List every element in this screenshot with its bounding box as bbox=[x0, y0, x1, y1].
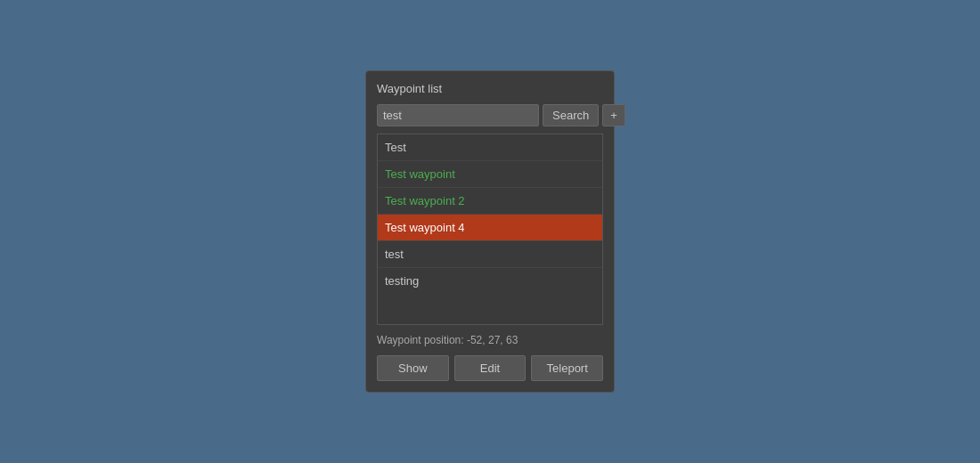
list-item[interactable]: Test waypoint 4 bbox=[378, 215, 602, 241]
search-button[interactable]: Search bbox=[543, 104, 599, 126]
action-buttons: Show Edit Teleport bbox=[377, 355, 603, 381]
waypoint-position: Waypoint position: -52, 27, 63 bbox=[377, 332, 603, 348]
search-input[interactable] bbox=[377, 104, 539, 126]
add-waypoint-button[interactable]: + bbox=[602, 104, 625, 126]
waypoint-list-dialog: Waypoint list Search + TestTest waypoint… bbox=[365, 70, 615, 393]
waypoint-list[interactable]: TestTest waypointTest waypoint 2Test way… bbox=[377, 134, 603, 325]
teleport-button[interactable]: Teleport bbox=[531, 355, 603, 381]
list-item[interactable]: Test bbox=[378, 134, 602, 161]
list-item[interactable]: Test waypoint 2 bbox=[378, 188, 602, 215]
list-item[interactable]: test bbox=[378, 241, 602, 268]
list-item[interactable]: Test waypoint bbox=[378, 161, 602, 188]
search-row: Search + bbox=[377, 104, 603, 126]
edit-button[interactable]: Edit bbox=[454, 355, 527, 381]
list-item[interactable]: testing bbox=[378, 268, 602, 294]
dialog-title: Waypoint list bbox=[377, 82, 603, 95]
show-button[interactable]: Show bbox=[377, 355, 449, 381]
